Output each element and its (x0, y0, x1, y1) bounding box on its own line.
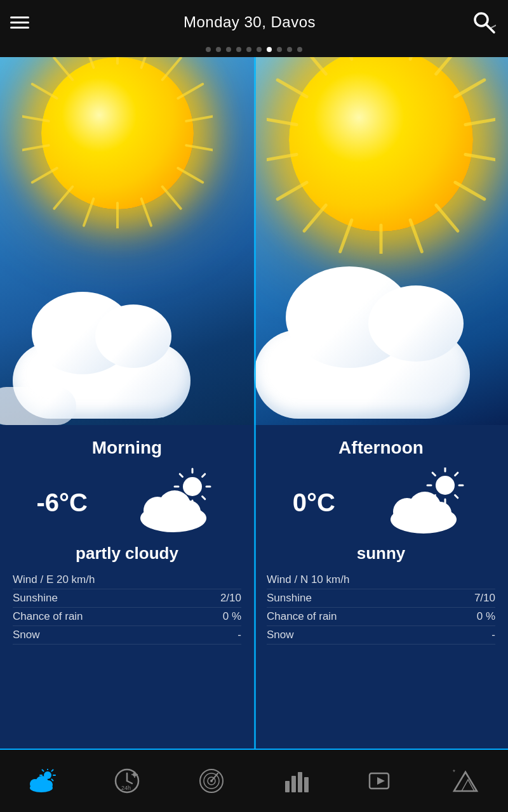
page-dot-2[interactable] (216, 47, 221, 52)
nav-item-24h[interactable]: 24h (102, 759, 152, 803)
morning-snow-row: Snow - (13, 626, 241, 645)
morning-info: Morning -6°C (0, 425, 254, 749)
afternoon-info: Afternoon 0°C (254, 425, 508, 749)
search-icon (472, 10, 496, 34)
nav-item-weather[interactable] (17, 759, 68, 803)
morning-temperature: -6°C (36, 488, 87, 517)
svg-line-16 (22, 145, 49, 150)
afternoon-snow-value: - (491, 629, 495, 641)
morning-sunshine-value: 2/10 (220, 592, 241, 605)
page-dot-1[interactable] (206, 47, 211, 52)
nav-item-forecast[interactable] (271, 759, 322, 803)
afternoon-wind-label: Wind / N 10 km/h (267, 573, 349, 586)
afternoon-panel: Afternoon 0°C (254, 57, 508, 749)
svg-rect-92 (285, 781, 290, 792)
page-dot-10[interactable] (297, 47, 302, 52)
morning-condition: partly cloudy (76, 544, 178, 563)
svg-line-13 (84, 199, 93, 225)
morning-rain-value: 0 % (223, 610, 241, 623)
morning-wind-label: Wind / E 20 km/h (13, 573, 95, 586)
bottom-navigation: 24h (0, 749, 508, 812)
page-dot-8[interactable] (277, 47, 282, 52)
sun-rays-right (267, 57, 495, 254)
morning-sun (22, 57, 213, 228)
svg-marker-98 (454, 772, 477, 791)
24h-icon: 24h (113, 767, 141, 795)
morning-period-label: Morning (92, 438, 162, 458)
svg-line-28 (180, 474, 182, 476)
afternoon-condition-icon (387, 468, 469, 537)
svg-line-50 (304, 57, 326, 74)
morning-wind-row: Wind / E 20 km/h (13, 571, 241, 589)
afternoon-sunshine-value: 7/10 (474, 592, 495, 605)
morning-rain-label: Chance of rain (13, 610, 83, 623)
svg-line-48 (267, 119, 297, 124)
page-indicator (0, 44, 508, 57)
video-icon (367, 767, 395, 795)
afternoon-sunshine-label: Sunshine (267, 592, 312, 605)
svg-line-66 (51, 770, 53, 771)
afternoon-temperature: 0°C (293, 488, 335, 517)
search-button[interactable] (470, 8, 498, 36)
menu-button[interactable] (10, 16, 29, 29)
svg-line-41 (436, 205, 458, 231)
nav-item-video[interactable] (356, 759, 406, 803)
page-dot-4[interactable] (236, 47, 241, 52)
page-dot-7[interactable] (267, 47, 272, 52)
afternoon-details: Wind / N 10 km/h Sunshine 7/10 Chance of… (260, 571, 502, 645)
svg-line-7 (186, 116, 213, 121)
svg-text:24h: 24h (121, 785, 131, 791)
svg-line-24 (202, 497, 204, 499)
afternoon-rain-row: Chance of rain 0 % (267, 608, 495, 626)
svg-line-37 (455, 80, 485, 97)
svg-line-2 (491, 25, 496, 28)
morning-snow-value: - (237, 629, 241, 641)
header: Monday 30, Davos (0, 0, 508, 44)
morning-condition-icon (135, 468, 218, 537)
morning-rain-row: Chance of rain 0 % (13, 608, 241, 626)
morning-snow-label: Snow (13, 629, 40, 641)
afternoon-sun (267, 57, 495, 254)
svg-line-18 (32, 84, 57, 99)
svg-marker-99 (462, 780, 474, 791)
svg-line-15 (32, 168, 57, 183)
svg-point-60 (436, 476, 455, 495)
page-dot-9[interactable] (287, 47, 292, 52)
svg-line-59 (432, 473, 435, 475)
morning-sky (0, 57, 254, 425)
page-dot-5[interactable] (246, 47, 251, 52)
morning-panel: Morning -6°C (0, 57, 254, 749)
svg-line-9 (178, 168, 203, 183)
sun-rays-left (22, 57, 213, 228)
afternoon-rain-label: Chance of rain (267, 610, 337, 623)
page-dot-6[interactable] (257, 47, 262, 52)
svg-line-17 (22, 116, 49, 121)
afternoon-rain-value: 0 % (477, 610, 495, 623)
svg-line-47 (267, 154, 297, 160)
svg-line-22 (202, 474, 204, 476)
afternoon-cloud (254, 260, 508, 425)
svg-line-51 (340, 57, 352, 59)
svg-line-6 (178, 84, 203, 99)
page-dot-3[interactable] (226, 47, 231, 52)
svg-line-42 (410, 220, 422, 252)
svg-point-29 (183, 477, 202, 496)
afternoon-sunshine-row: Sunshine 7/10 (267, 589, 495, 608)
svg-rect-95 (304, 777, 309, 792)
nav-item-mountain[interactable]: * (440, 759, 491, 803)
svg-line-45 (304, 205, 326, 231)
svg-line-39 (465, 154, 495, 160)
mountain-icon: * (451, 767, 479, 795)
nav-item-radar[interactable] (186, 759, 237, 803)
svg-line-10 (163, 187, 181, 208)
partly-cloudy-icon (29, 769, 57, 793)
svg-line-53 (455, 473, 458, 475)
svg-line-1 (486, 25, 494, 32)
forecast-icon (283, 767, 311, 795)
morning-temp-row: -6°C (6, 468, 248, 537)
main-content: Morning -6°C (0, 57, 508, 749)
svg-line-5 (163, 58, 181, 79)
afternoon-snow-row: Snow - (267, 626, 495, 645)
morning-details: Wind / E 20 km/h Sunshine 2/10 Chance of… (6, 571, 248, 645)
svg-line-4 (142, 57, 151, 68)
